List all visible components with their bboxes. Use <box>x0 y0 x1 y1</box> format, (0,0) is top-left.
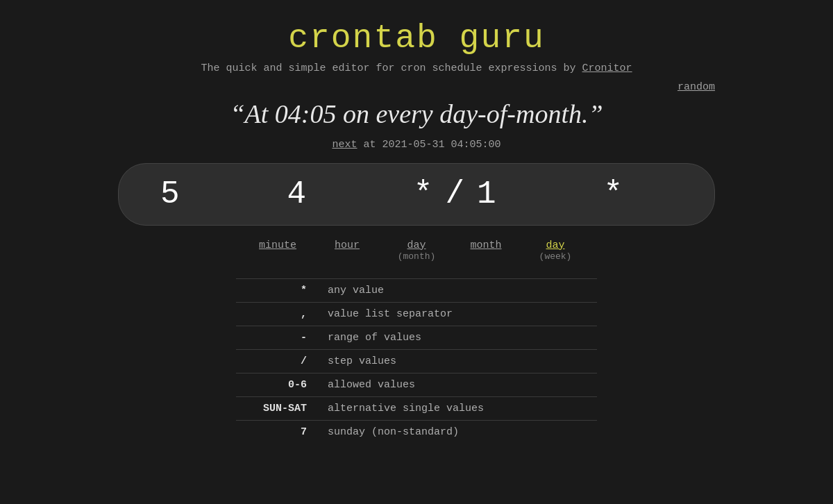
help-symbol: , <box>236 302 319 326</box>
help-description: sunday (non-standard) <box>319 420 597 444</box>
help-table-row: SUN-SATalternative single values <box>236 396 597 420</box>
help-table-row: ,value list separator <box>236 302 597 326</box>
cron-field-minute: minute <box>243 240 312 262</box>
cron-field-day-week-sub: (week) <box>521 251 590 262</box>
help-description: range of values <box>319 326 597 349</box>
cron-fields: minute hour day (month) month day (week) <box>118 240 715 262</box>
subtitle-text: The quick and simple editor for cron sch… <box>201 62 575 74</box>
random-link-container: random <box>118 81 715 93</box>
cron-field-hour-link[interactable]: hour <box>335 240 360 251</box>
cron-field-day-month-link[interactable]: day <box>407 240 426 251</box>
help-symbol: 0-6 <box>236 373 319 396</box>
help-description: step values <box>319 349 597 373</box>
cron-field-day-week-link[interactable]: day <box>546 240 564 251</box>
cron-field-month: month <box>451 240 521 262</box>
cron-field-minute-link[interactable]: minute <box>259 240 296 251</box>
help-table-row: -range of values <box>236 326 597 349</box>
next-text: at 2021-05-31 04:05:00 <box>357 139 500 151</box>
cron-field-hour: hour <box>312 240 382 262</box>
help-symbol: * <box>236 278 319 302</box>
help-description: alternative single values <box>319 396 597 420</box>
random-link[interactable]: random <box>678 81 715 93</box>
help-table-row: 0-6allowed values <box>236 373 597 396</box>
help-symbol: - <box>236 326 319 349</box>
cronitor-link[interactable]: Cronitor <box>582 62 632 74</box>
header: crontab guru The quick and simple editor… <box>0 0 833 81</box>
help-symbol: SUN-SAT <box>236 396 319 420</box>
help-table-row: *any value <box>236 278 597 302</box>
next-link[interactable]: next <box>332 139 357 151</box>
cron-input[interactable] <box>160 176 673 212</box>
site-title: crontab guru <box>0 19 833 57</box>
help-description: allowed values <box>319 373 597 396</box>
cron-field-month-link[interactable]: month <box>470 240 501 251</box>
cron-field-day-week: day (week) <box>521 240 590 262</box>
cron-field-day-month: day (month) <box>382 240 451 262</box>
subtitle: The quick and simple editor for cron sch… <box>0 62 833 74</box>
help-table: *any value,value list separator-range of… <box>236 278 597 444</box>
main-content: random “At 04:05 on every day-of-month.”… <box>104 81 729 444</box>
help-table-row: 7sunday (non-standard) <box>236 420 597 444</box>
description: “At 04:05 on every day-of-month.” <box>118 99 715 131</box>
help-description: any value <box>319 278 597 302</box>
next-line: next at 2021-05-31 04:05:00 <box>118 139 715 151</box>
cron-input-wrapper <box>118 163 715 226</box>
help-symbol: 7 <box>236 420 319 444</box>
help-description: value list separator <box>319 302 597 326</box>
help-symbol: / <box>236 349 319 373</box>
cron-field-day-month-sub: (month) <box>382 251 451 262</box>
help-table-row: /step values <box>236 349 597 373</box>
